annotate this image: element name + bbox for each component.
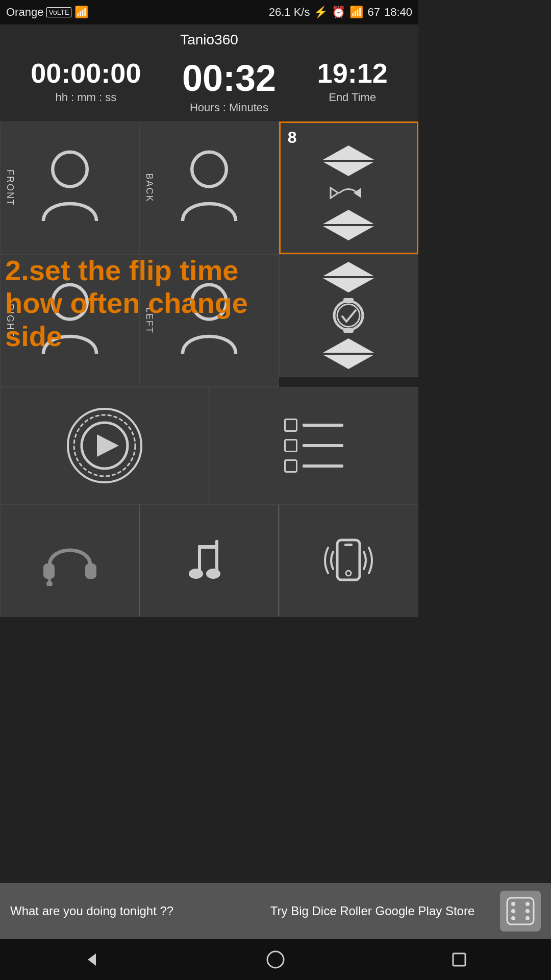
- end-timer: 19:12 End Time: [317, 57, 388, 104]
- svg-point-25: [346, 571, 351, 576]
- svg-point-17: [46, 581, 53, 586]
- svg-rect-22: [198, 545, 218, 549]
- bluetooth-icon: ⚡: [314, 6, 328, 19]
- alarm-icon: ⏰: [332, 6, 345, 19]
- watch-icon: [328, 295, 369, 336]
- left-person-icon: [176, 280, 242, 361]
- wifi-icon: 📶: [349, 6, 363, 19]
- svg-rect-15: [85, 564, 96, 579]
- right-person-icon: [37, 280, 103, 361]
- svg-marker-13: [97, 434, 119, 457]
- app-title: Tanio360: [0, 24, 418, 52]
- ad-cta: Try Big Dice Roller Google Play Store: [255, 902, 418, 920]
- speed-label: 26.1 K/s: [269, 6, 310, 19]
- svg-rect-24: [344, 544, 353, 546]
- status-bar: Orange VoLTE 📶 26.1 K/s ⚡ ⏰ 📶 67 18:40: [0, 0, 418, 24]
- right-cell[interactable]: RIGHT: [0, 254, 139, 387]
- elapsed-value: 00:00:00: [31, 57, 141, 89]
- end-value: 19:12: [317, 57, 388, 89]
- headphones-icon: [39, 535, 101, 586]
- svg-point-7: [337, 304, 360, 327]
- carrier-label: Orange: [6, 6, 43, 19]
- front-label: FRONT: [5, 169, 15, 206]
- svg-marker-2: [331, 188, 338, 198]
- svg-point-0: [53, 152, 87, 187]
- vibrate-icon: [318, 532, 379, 589]
- main-value: 00:32: [182, 57, 276, 99]
- status-left: Orange VoLTE 📶: [6, 6, 88, 19]
- music-icon: [179, 535, 240, 586]
- back-button[interactable]: [77, 944, 107, 975]
- main-timer: 00:32 Hours : Minutes: [182, 57, 276, 114]
- svg-point-19: [189, 569, 203, 579]
- music-cell[interactable]: [139, 504, 279, 617]
- timer-section: 00:00:00 hh : mm : ss 00:32 Hours : Minu…: [0, 52, 418, 121]
- svg-rect-14: [43, 564, 55, 579]
- volte-badge: VoLTE: [46, 7, 71, 17]
- svg-point-4: [53, 285, 87, 320]
- elapsed-label: hh : mm : ss: [31, 91, 141, 104]
- play-arrows-icon: [328, 180, 369, 206]
- play-button-cell[interactable]: [0, 387, 209, 504]
- list-settings-cell[interactable]: [209, 387, 418, 504]
- left-label: LEFT: [144, 307, 155, 334]
- svg-marker-33: [88, 953, 96, 966]
- arrow-up-bottom: [323, 210, 374, 224]
- svg-point-34: [267, 951, 284, 968]
- back-label: BACK: [144, 173, 155, 202]
- nav-bar: [0, 939, 418, 980]
- top-row: FRONT BACK 8: [0, 121, 418, 254]
- svg-point-5: [192, 285, 227, 320]
- main-label: Hours : Minutes: [182, 101, 276, 114]
- signal-icons: 📶: [74, 6, 88, 19]
- front-cell[interactable]: FRONT: [0, 121, 139, 254]
- back-person-icon: [176, 147, 242, 229]
- right-label: RIGHT: [5, 304, 15, 337]
- play-button-icon: [64, 405, 145, 486]
- status-right: 26.1 K/s ⚡ ⏰ 📶 67 18:40: [269, 6, 412, 19]
- flip-number: 8: [288, 128, 297, 147]
- end-label: End Time: [317, 91, 388, 104]
- watch-arrow-top: [323, 262, 374, 292]
- bottom-icon-row: [0, 504, 418, 617]
- battery-label: 67: [367, 6, 380, 19]
- play-row: [0, 387, 418, 504]
- svg-point-1: [192, 152, 227, 187]
- watch-cell[interactable]: [279, 254, 418, 377]
- arrow-down-top: [323, 162, 374, 176]
- arrow-up-top: [323, 145, 374, 160]
- left-cell[interactable]: LEFT: [139, 254, 279, 387]
- svg-rect-20: [215, 540, 218, 573]
- list-settings-icon: [284, 419, 343, 473]
- flip-timer-cell[interactable]: 8: [279, 121, 418, 254]
- time-label: 18:40: [384, 6, 412, 19]
- home-button[interactable]: [260, 944, 291, 975]
- front-person-icon: [37, 147, 103, 229]
- svg-rect-9: [343, 328, 354, 333]
- ad-question: What are you doing tonight ??: [10, 902, 245, 920]
- ad-banner[interactable]: What are you doing tonight ?? Try Big Di…: [0, 883, 418, 939]
- arrow-down-bottom: [323, 226, 374, 240]
- elapsed-timer: 00:00:00 hh : mm : ss: [31, 57, 141, 104]
- watch-arrow-bottom: [323, 338, 374, 369]
- middle-row: RIGHT LEFT: [0, 254, 418, 387]
- svg-point-6: [334, 301, 363, 330]
- svg-rect-8: [343, 298, 354, 303]
- back-cell[interactable]: BACK: [139, 121, 279, 254]
- headphones-cell[interactable]: [0, 504, 139, 617]
- svg-point-21: [206, 569, 220, 579]
- vibrate-cell[interactable]: [279, 504, 418, 617]
